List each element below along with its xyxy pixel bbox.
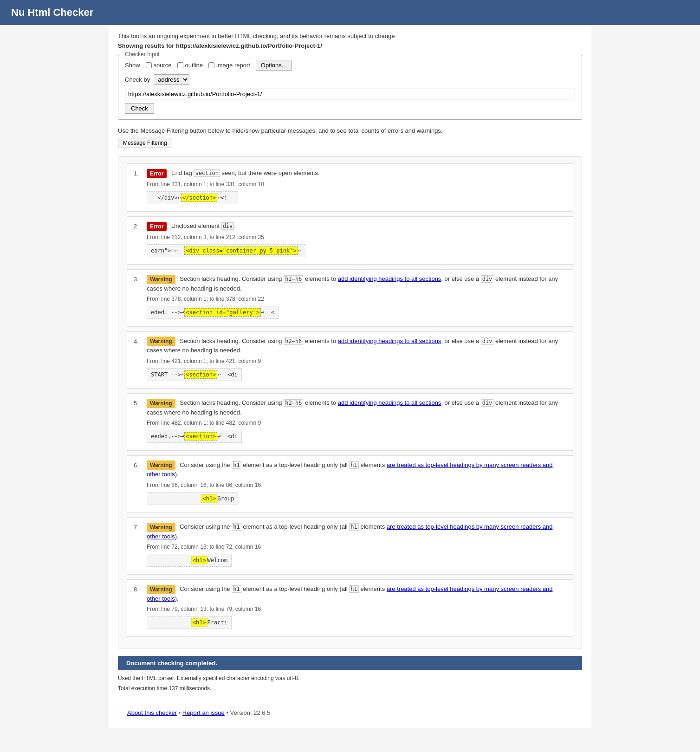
h2h6-code-5: h2–h6 xyxy=(284,399,303,407)
result-row-3: 3. Warning Section lacks heading. Consid… xyxy=(134,274,566,322)
result-location-7: From line 72, column 13; to line 72, col… xyxy=(147,543,566,551)
status-detail-1: Used the HTML parser. Externally specifi… xyxy=(118,673,582,683)
result-msg-6: Consider using the h1 element as a top-l… xyxy=(147,461,553,478)
h1-code-6b: h1 xyxy=(349,461,358,469)
show-row: Show source outline image report Options… xyxy=(125,60,575,71)
show-label: Show xyxy=(125,62,140,69)
status-detail-2: Total execution time 137 milliseconds. xyxy=(118,683,582,694)
message-filtering-button[interactable]: Message Filtering xyxy=(118,138,172,148)
status-bar: Document checking completed. xyxy=(118,656,582,670)
tag-code-1: section xyxy=(194,169,220,177)
tag-code-2: div xyxy=(221,222,234,230)
warning-badge-5: Warning xyxy=(147,399,175,408)
result-snippet-4: START -->↩<section>↩ <di xyxy=(147,368,242,381)
h1-code-8b: h1 xyxy=(349,585,358,593)
result-msg-7: Consider using the h1 element as a top-l… xyxy=(147,523,553,540)
result-item-3: 3. Warning Section lacks heading. Consid… xyxy=(127,269,573,327)
image-report-checkbox[interactable] xyxy=(208,62,214,68)
report-link[interactable]: Report an issue xyxy=(182,709,225,716)
subtitle-text: This tool is an ongoing experiment in be… xyxy=(118,32,582,39)
result-row-5: 5. Warning Section lacks heading. Consid… xyxy=(134,398,566,446)
result-location-1: From line 331, column 1; to line 331, co… xyxy=(147,180,566,188)
image-report-label[interactable]: image report xyxy=(208,62,250,69)
warning-badge-4: Warning xyxy=(147,337,175,346)
warning-badge-6: Warning xyxy=(147,460,175,470)
h1-code-7b: h1 xyxy=(349,523,358,531)
result-snippet-2: earn"> ↩ <div class="container py-5 pink… xyxy=(147,244,305,257)
result-snippet-3: eded. -->↩<section id="gallery">↩ < xyxy=(147,306,279,319)
result-link-3[interactable]: add identifying headings to all sections xyxy=(338,275,441,282)
warning-badge-7: Warning xyxy=(147,523,175,532)
footer-version: • Version: 22.6.5 xyxy=(226,709,270,716)
about-link[interactable]: About this checker xyxy=(127,709,177,716)
h2h6-code-3: h2–h6 xyxy=(284,275,303,283)
result-content-5: Warning Section lacks heading. Consider … xyxy=(147,398,566,446)
result-num-6: 6. xyxy=(134,460,147,470)
result-content-7: Warning Consider using the h1 element as… xyxy=(147,522,566,570)
result-msg-5: Section lacks heading. Consider using h2… xyxy=(147,399,558,416)
result-num-5: 5. xyxy=(134,398,147,408)
error-badge-1: Error xyxy=(147,169,167,178)
result-row-2: 2. Error Unclosed element div. From line… xyxy=(134,221,566,259)
result-item-7: 7. Warning Consider using the h1 element… xyxy=(127,517,573,575)
result-content-4: Warning Section lacks heading. Consider … xyxy=(147,337,566,384)
result-row-8: 8. Warning Consider using the h1 element… xyxy=(134,584,566,632)
result-msg-4: Section lacks heading. Consider using h2… xyxy=(147,337,558,354)
result-row-6: 6. Warning Consider using the h1 element… xyxy=(134,460,566,508)
result-snippet-8: <h1>Practi xyxy=(147,616,232,629)
result-content-1: Error End tag section seen, but there we… xyxy=(147,169,566,207)
checker-input-legend: Checker Input xyxy=(123,51,162,58)
result-msg-2: Unclosed element div. xyxy=(171,222,236,229)
div-code-5: div xyxy=(481,399,494,407)
footer-sep1: • xyxy=(179,709,182,716)
results-area: 1. Error End tag section seen, but there… xyxy=(118,156,582,648)
warning-badge-8: Warning xyxy=(147,585,175,594)
check-by-row: Check by address xyxy=(125,74,575,85)
footer: About this checker • Report an issue • V… xyxy=(118,705,582,721)
result-location-6: From line 86, column 16; to line 86, col… xyxy=(147,481,566,489)
result-snippet-7: <h1>Welcom xyxy=(147,554,232,567)
check-button[interactable]: Check xyxy=(125,103,154,114)
h1-code-7a: h1 xyxy=(232,523,241,531)
result-item-6: 6. Warning Consider using the h1 element… xyxy=(127,455,573,513)
result-content-2: Error Unclosed element div. From line 21… xyxy=(147,221,566,259)
result-num-7: 7. xyxy=(134,522,147,532)
error-badge-2: Error xyxy=(147,222,167,231)
result-row-7: 7. Warning Consider using the h1 element… xyxy=(134,522,566,570)
result-location-3: From line 378, column 1; to line 378, co… xyxy=(147,295,566,303)
outline-label[interactable]: outline xyxy=(177,62,203,69)
page-header: Nu Html Checker xyxy=(0,0,700,25)
result-item-2: 2. Error Unclosed element div. From line… xyxy=(127,216,573,265)
checker-input-box: Checker Input Show source outline image … xyxy=(118,55,582,120)
url-input[interactable] xyxy=(125,89,575,99)
source-label[interactable]: source xyxy=(146,62,172,69)
result-location-4: From line 421, column 1; to line 421, co… xyxy=(147,357,566,365)
options-button[interactable]: Options... xyxy=(256,60,292,71)
source-checkbox[interactable] xyxy=(146,62,152,68)
result-item-8: 8. Warning Consider using the h1 element… xyxy=(127,579,573,637)
result-num-4: 4. xyxy=(134,337,147,346)
div-code-4: div xyxy=(481,337,494,345)
h1-code-8a: h1 xyxy=(232,585,241,593)
warning-badge-3: Warning xyxy=(147,275,175,284)
page-title: Nu Html Checker xyxy=(11,6,93,18)
outline-checkbox[interactable] xyxy=(177,62,183,68)
check-by-label: Check by xyxy=(125,76,150,83)
showing-results: Showing results for https://alexkisielew… xyxy=(118,42,582,49)
result-num-8: 8. xyxy=(134,584,147,594)
h1-code-6a: h1 xyxy=(232,461,241,469)
result-num-1: 1. xyxy=(134,169,147,178)
result-location-5: From line 482, column 1; to line 482, co… xyxy=(147,419,566,427)
result-content-8: Warning Consider using the h1 element as… xyxy=(147,584,566,632)
result-snippet-6: <h1>Group xyxy=(147,492,238,505)
result-link-4[interactable]: add identifying headings to all sections xyxy=(338,337,441,344)
result-item-4: 4. Warning Section lacks heading. Consid… xyxy=(127,331,573,389)
result-snippet-1: </div>↩</section>↩<!-- xyxy=(147,191,238,204)
result-num-2: 2. xyxy=(134,221,147,231)
result-msg-1: End tag section seen, but there were ope… xyxy=(171,169,320,176)
result-content-6: Warning Consider using the h1 element as… xyxy=(147,460,566,508)
check-by-select[interactable]: address xyxy=(154,74,189,85)
main-content: This tool is an ongoing experiment in be… xyxy=(109,25,591,728)
result-item-5: 5. Warning Section lacks heading. Consid… xyxy=(127,393,573,451)
result-link-5[interactable]: add identifying headings to all sections xyxy=(338,399,441,406)
